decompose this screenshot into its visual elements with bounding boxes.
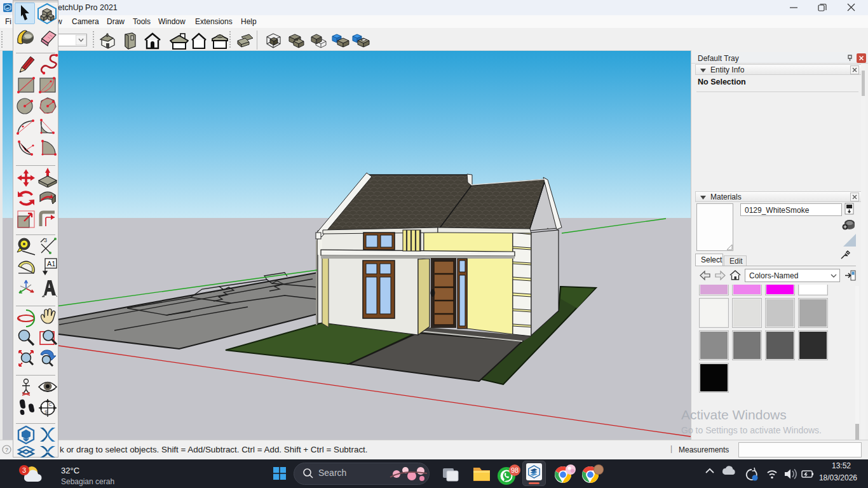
svg-text:Sebagian cerah: Sebagian cerah	[61, 477, 114, 486]
svg-text:3: 3	[22, 466, 26, 474]
svg-text:3: 3	[44, 237, 47, 243]
svg-text:A1: A1	[47, 260, 55, 268]
svg-text:32°C: 32°C	[61, 466, 79, 475]
svg-text:98: 98	[511, 466, 519, 474]
svg-text:C: C	[49, 402, 52, 407]
svg-text:?: ?	[5, 447, 8, 453]
svg-text:S: S	[44, 410, 48, 414]
